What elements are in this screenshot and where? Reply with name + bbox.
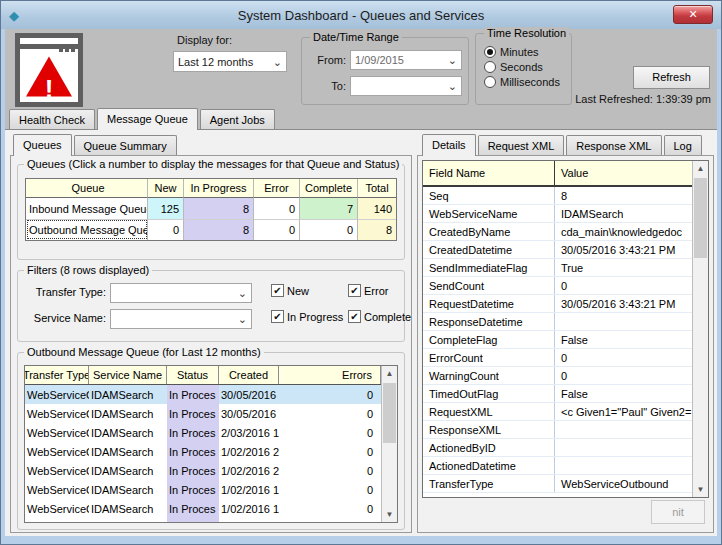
- queue-count-cell[interactable]: 0: [254, 219, 300, 240]
- outbound-column-header[interactable]: Transfer Type: [25, 366, 89, 384]
- from-dropdown[interactable]: 1/09/2015 ⌄: [350, 50, 462, 70]
- radio-seconds[interactable]: Seconds: [484, 61, 571, 73]
- outbound-column-header[interactable]: Service Name: [89, 366, 167, 384]
- details-grid-row[interactable]: RequestDatetime30/05/2016 3:43:21 PM: [423, 295, 692, 313]
- tab-request-xml[interactable]: Request XML: [478, 135, 565, 155]
- scroll-up-icon[interactable]: ▲: [693, 161, 708, 176]
- outbound-table-row[interactable]: WebServiceOuIDAMSearchIn Proces1/02/2016…: [25, 442, 381, 461]
- field-name-cell: CompleteFlag: [423, 331, 555, 348]
- refresh-button[interactable]: Refresh: [633, 66, 710, 89]
- checkmark-icon: ✔: [348, 310, 361, 323]
- outbound-table-row[interactable]: WebServiceOuIDAMSearchIn Proces30/05/201…: [25, 404, 381, 423]
- outbound-table-row[interactable]: WebServiceOuIDAMSearchIn Proces1/02/2016…: [25, 461, 381, 480]
- scroll-down-icon[interactable]: ▼: [693, 482, 708, 497]
- filters-group: Filters (8 rows displayed) Transfer Type…: [17, 270, 405, 342]
- queue-count-cell[interactable]: 0: [300, 219, 358, 240]
- tab-response-xml[interactable]: Response XML: [566, 135, 661, 155]
- outbound-table-scrollbar[interactable]: ▲ ▼: [381, 366, 397, 522]
- details-grid-header: Field Name Value: [423, 161, 692, 187]
- tab-message-queue[interactable]: Message Queue: [97, 108, 198, 130]
- value-column-header[interactable]: Value: [555, 161, 692, 185]
- scrollbar-thumb[interactable]: [383, 383, 396, 443]
- field-value-cell: 8: [555, 187, 692, 204]
- tab-queue-summary[interactable]: Queue Summary: [74, 135, 177, 155]
- queue-count-cell[interactable]: 125: [148, 198, 184, 219]
- details-grid-body: Seq8WebServiceNameIDAMSearchCreatedByNam…: [423, 187, 692, 493]
- checkbox-in-progress[interactable]: ✔ In Progress: [271, 310, 343, 323]
- outbound-column-header[interactable]: Status: [167, 366, 219, 384]
- outbound-cell: 0: [279, 461, 381, 480]
- queue-count-cell[interactable]: 0: [254, 198, 300, 219]
- details-grid-row[interactable]: ActionedByID: [423, 439, 692, 457]
- details-grid-row[interactable]: TimedOutFlagFalse: [423, 385, 692, 403]
- outbound-column-header[interactable]: Created: [219, 366, 279, 384]
- field-name-column-header[interactable]: Field Name: [423, 161, 555, 185]
- chevron-down-icon: ⌄: [238, 288, 247, 298]
- details-grid-row[interactable]: TransferTypeWebServiceOutbound: [423, 475, 692, 493]
- details-grid-row[interactable]: ErrorCount0: [423, 349, 692, 367]
- queue-count-cell[interactable]: 8: [358, 219, 396, 240]
- outbound-table-row[interactable]: WebServiceOuIDAMSearchIn Proces30/05/201…: [25, 385, 381, 404]
- tab-queues[interactable]: Queues: [13, 134, 72, 156]
- scrollbar-thumb[interactable]: [694, 178, 707, 258]
- outbound-cell: IDAMSearch: [89, 404, 167, 423]
- outbound-cell: 1/02/2016 1: [219, 499, 279, 518]
- outbound-cell: WebServiceOu: [25, 499, 89, 518]
- checkbox-error[interactable]: ✔ Error: [348, 284, 388, 297]
- transfer-type-dropdown[interactable]: ⌄: [110, 283, 252, 303]
- service-name-dropdown[interactable]: ⌄: [110, 309, 252, 329]
- nit-button[interactable]: nit: [651, 500, 705, 524]
- queues-column-header[interactable]: Error: [254, 179, 300, 198]
- field-value-cell: 30/05/2016 3:43:21 PM: [555, 295, 692, 312]
- details-grid-row[interactable]: SendImmediateFlagTrue: [423, 259, 692, 277]
- queue-count-cell[interactable]: 8: [184, 198, 254, 219]
- close-button[interactable]: ✕: [673, 5, 713, 24]
- outbound-table-row[interactable]: WebServiceOuIDAMSearchIn Proces2/03/2016…: [25, 423, 381, 442]
- right-panel: Details Request XML Response XML Log Fie…: [417, 133, 714, 533]
- scroll-down-icon[interactable]: ▼: [382, 507, 397, 522]
- details-grid-row[interactable]: WebServiceNameIDAMSearch: [423, 205, 692, 223]
- checkbox-new[interactable]: ✔ New: [271, 284, 309, 297]
- outbound-table-row[interactable]: WebServiceOuIDAMSearchIn Proces1/02/2016…: [25, 480, 381, 499]
- to-dropdown[interactable]: ⌄: [350, 76, 462, 96]
- queues-table-row: Inbound Message Queue125807140: [26, 198, 396, 219]
- details-grid-row[interactable]: Seq8: [423, 187, 692, 205]
- queues-column-header[interactable]: In Progress: [184, 179, 254, 198]
- tab-log[interactable]: Log: [664, 135, 702, 155]
- outbound-table-row[interactable]: WebServiceOuIDAMSearchIn Proces18/01/201…: [25, 518, 381, 523]
- tab-health-check[interactable]: Health Check: [9, 109, 95, 129]
- outbound-cell: IDAMSearch: [89, 385, 167, 404]
- radio-minutes[interactable]: Minutes: [484, 46, 571, 58]
- queue-name-cell: Outbound Message Queue: [26, 219, 148, 240]
- tab-details[interactable]: Details: [422, 134, 476, 156]
- queue-count-cell[interactable]: 0: [148, 219, 184, 240]
- display-for-dropdown[interactable]: Last 12 months ⌄: [173, 51, 287, 72]
- queues-column-header[interactable]: New: [148, 179, 184, 198]
- details-tabpage: Field Name Value Seq8WebServiceNameIDAMS…: [417, 155, 714, 533]
- tab-agent-jobs[interactable]: Agent Jobs: [200, 109, 275, 129]
- details-grid-row[interactable]: WarningCount0: [423, 367, 692, 385]
- outbound-cell: 2/03/2016 1: [219, 423, 279, 442]
- radio-milliseconds[interactable]: Milliseconds: [484, 76, 571, 88]
- details-grid-scrollbar[interactable]: ▲ ▼: [692, 161, 708, 497]
- queues-column-header[interactable]: Total: [358, 179, 396, 198]
- outbound-column-header[interactable]: Errors: [279, 366, 381, 384]
- details-grid-row[interactable]: ResponseDatetime: [423, 313, 692, 331]
- details-grid-row[interactable]: CreatedDatetime30/05/2016 3:43:21 PM: [423, 241, 692, 259]
- queue-count-cell[interactable]: 140: [358, 198, 396, 219]
- datetime-range-group: Date/Time Range From: 1/09/2015 ⌄ To: ⌄: [301, 37, 469, 105]
- details-grid-row[interactable]: RequestXML<c Given1="Paul" Given2=: [423, 403, 692, 421]
- scroll-up-icon[interactable]: ▲: [382, 366, 397, 381]
- checkbox-complete[interactable]: ✔ Complete: [348, 310, 411, 323]
- queues-column-header[interactable]: Queue: [26, 179, 148, 198]
- queue-count-cell[interactable]: 7: [300, 198, 358, 219]
- details-grid-row[interactable]: CompleteFlagFalse: [423, 331, 692, 349]
- details-grid-row[interactable]: CreatedByNamecda_main\knowledgedoc: [423, 223, 692, 241]
- details-grid-row[interactable]: SendCount0: [423, 277, 692, 295]
- details-grid-row[interactable]: ResponseXML: [423, 421, 692, 439]
- queue-count-cell[interactable]: 8: [184, 219, 254, 240]
- outbound-table-row[interactable]: WebServiceOuIDAMSearchIn Proces1/02/2016…: [25, 499, 381, 518]
- details-grid-row[interactable]: ActionedDatetime: [423, 457, 692, 475]
- queues-column-header[interactable]: Complete: [300, 179, 358, 198]
- field-value-cell: [555, 421, 692, 438]
